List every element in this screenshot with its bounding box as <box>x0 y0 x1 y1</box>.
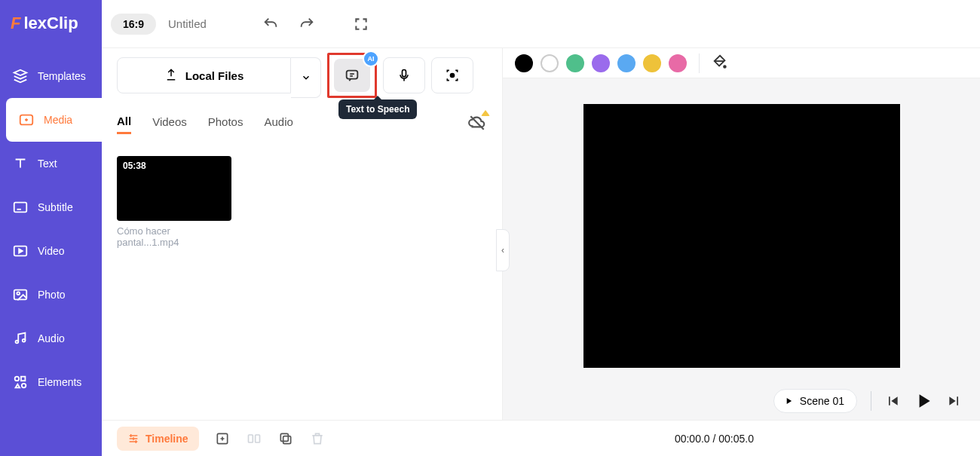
redo-button[interactable] <box>295 12 319 36</box>
text-icon <box>12 155 29 172</box>
svg-rect-16 <box>255 435 259 442</box>
sidebar: FlexClip Templates Media Text Subtitle V… <box>0 0 102 456</box>
scene-selector[interactable]: Scene 01 <box>773 389 857 413</box>
project-title-input[interactable] <box>168 17 228 30</box>
templates-icon <box>12 68 29 84</box>
upload-row: Local Files AI <box>117 57 487 98</box>
local-files-button[interactable]: Local Files <box>117 57 291 93</box>
tab-videos[interactable]: Videos <box>152 115 187 133</box>
sidebar-item-elements[interactable]: Elements <box>0 360 102 404</box>
preview-panel: Scene 01 <box>503 48 980 420</box>
ai-badge: AI <box>363 50 379 67</box>
tab-all[interactable]: All <box>117 115 131 134</box>
record-audio-button[interactable] <box>383 57 425 93</box>
svg-point-12 <box>451 74 455 78</box>
subtitle-icon <box>12 199 29 216</box>
media-grid: 05:38 Cómo hacer pantal...1.mp4 <box>117 156 487 248</box>
media-tabs: All Videos Photos Audio <box>117 113 487 135</box>
media-item[interactable]: 05:38 Cómo hacer pantal...1.mp4 <box>117 156 231 248</box>
sidebar-item-subtitle[interactable]: Subtitle <box>0 185 102 229</box>
main: 16:9 Local Files <box>102 0 980 456</box>
text-to-speech-button[interactable]: AI <box>327 53 377 98</box>
sidebar-item-label: Video <box>38 245 65 257</box>
sidebar-item-label: Media <box>44 114 72 126</box>
sidebar-item-label: Subtitle <box>38 201 73 213</box>
media-panel: Local Files AI Text to Speech All Videos… <box>102 48 503 420</box>
swatch-black[interactable] <box>515 54 533 72</box>
undo-button[interactable] <box>259 12 283 36</box>
bottom-bar: Timeline 00:00.0 / 00:05.0 <box>102 420 980 456</box>
svg-point-7 <box>15 377 20 381</box>
color-swatches <box>503 48 980 78</box>
sidebar-item-video[interactable]: Video <box>0 229 102 273</box>
logo-rest: lexClip <box>23 14 78 33</box>
svg-rect-17 <box>283 436 290 443</box>
wifi-indicator-icon <box>481 110 490 116</box>
upload-dropdown-button[interactable] <box>291 57 321 98</box>
record-screen-button[interactable] <box>431 57 473 93</box>
timeline-label: Timeline <box>145 433 188 445</box>
logo[interactable]: FlexClip <box>0 8 102 54</box>
cloud-sync-off-button[interactable] <box>467 113 487 135</box>
audio-icon <box>12 330 29 347</box>
svg-point-9 <box>22 384 26 387</box>
swatch-divider <box>699 54 700 73</box>
elements-icon <box>12 374 29 390</box>
swatch-white[interactable] <box>541 54 559 72</box>
topbar: 16:9 <box>102 0 980 48</box>
sidebar-item-audio[interactable]: Audio <box>0 317 102 360</box>
prev-frame-button[interactable] <box>885 393 900 409</box>
add-scene-button[interactable] <box>214 430 231 447</box>
media-filename: Cómo hacer pantal...1.mp4 <box>117 225 231 248</box>
svg-rect-15 <box>248 435 253 442</box>
svg-rect-10 <box>347 71 358 79</box>
swatch-pink[interactable] <box>669 54 687 72</box>
svg-point-5 <box>16 341 19 344</box>
svg-point-13 <box>724 66 726 68</box>
sidebar-item-label: Photo <box>38 289 66 301</box>
tts-tooltip: Text to Speech <box>338 99 417 119</box>
swatch-green[interactable] <box>566 54 584 72</box>
next-frame-button[interactable] <box>947 393 962 409</box>
time-display: 00:00.0 / 00:05.0 <box>675 433 754 445</box>
tab-photos[interactable]: Photos <box>208 115 243 133</box>
panel-collapse-handle[interactable]: ‹ <box>496 229 510 271</box>
content: Local Files AI Text to Speech All Videos… <box>102 48 980 420</box>
delete-button[interactable] <box>309 430 326 447</box>
sidebar-item-text[interactable]: Text <box>0 142 102 185</box>
sidebar-item-templates[interactable]: Templates <box>0 54 102 98</box>
sidebar-item-media[interactable]: Media <box>6 98 102 142</box>
timeline-toggle-button[interactable]: Timeline <box>117 427 199 451</box>
tab-audio[interactable]: Audio <box>264 115 292 133</box>
local-files-label: Local Files <box>185 69 244 82</box>
swatch-yellow[interactable] <box>643 54 661 72</box>
preview-stage <box>503 78 980 382</box>
scene-label: Scene 01 <box>800 395 844 407</box>
media-icon <box>18 112 35 128</box>
preview-controls: Scene 01 <box>503 382 980 420</box>
media-duration: 05:38 <box>123 161 146 171</box>
svg-rect-11 <box>403 70 406 77</box>
sidebar-item-photo[interactable]: Photo <box>0 273 102 317</box>
split-button[interactable] <box>246 430 262 447</box>
divider <box>871 391 871 411</box>
swatch-purple[interactable] <box>592 54 610 72</box>
photo-icon <box>12 286 29 303</box>
aspect-ratio-button[interactable]: 16:9 <box>111 14 156 35</box>
upload-button-group: Local Files <box>117 57 321 98</box>
logo-f: F <box>11 14 20 33</box>
sidebar-item-label: Elements <box>38 376 81 388</box>
sidebar-item-label: Templates <box>38 70 86 82</box>
svg-point-4 <box>17 292 20 295</box>
media-thumbnail: 05:38 <box>117 156 231 221</box>
preview-canvas[interactable] <box>583 104 900 368</box>
sidebar-item-label: Text <box>38 158 57 170</box>
swatch-blue[interactable] <box>617 54 635 72</box>
duplicate-button[interactable] <box>277 430 294 447</box>
upload-icon <box>164 68 178 84</box>
svg-rect-8 <box>21 377 25 381</box>
fullscreen-button[interactable] <box>349 12 373 36</box>
play-button[interactable] <box>914 391 933 411</box>
fill-color-button[interactable] <box>712 54 728 73</box>
svg-rect-1 <box>14 203 27 213</box>
